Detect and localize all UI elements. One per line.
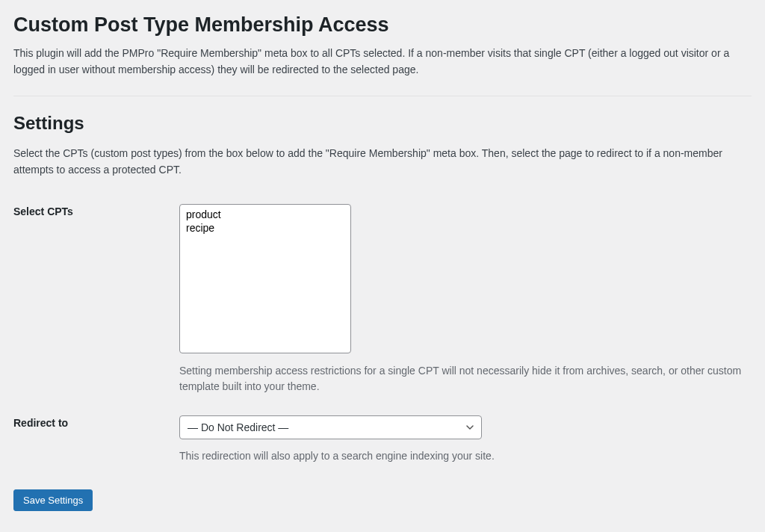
- divider: [13, 96, 752, 96]
- select-cpts-label: Select CPTs: [13, 197, 179, 408]
- cpt-option[interactable]: recipe: [185, 221, 346, 235]
- page-title: Custom Post Type Membership Access: [13, 13, 752, 37]
- redirect-to-description: This redirection will also apply to a se…: [179, 448, 747, 464]
- redirect-to-label: Redirect to: [13, 408, 179, 477]
- settings-intro: Select the CPTs (custom post types) from…: [13, 146, 752, 178]
- select-cpts-input[interactable]: product recipe: [179, 204, 351, 353]
- settings-title: Settings: [13, 113, 752, 134]
- cpt-option[interactable]: product: [185, 208, 346, 221]
- select-cpts-description: Setting membership access restrictions f…: [179, 363, 747, 395]
- redirect-to-select[interactable]: — Do Not Redirect —: [179, 415, 482, 439]
- settings-form-table: Select CPTs product recipe Setting membe…: [13, 197, 752, 477]
- page-intro: This plugin will add the PMPro "Require …: [13, 46, 752, 78]
- save-settings-button[interactable]: Save Settings: [13, 489, 93, 511]
